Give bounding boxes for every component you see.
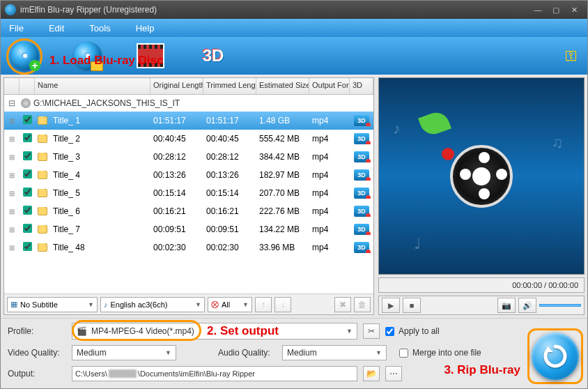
3d-badge-icon[interactable]: 3D [354,206,369,217]
mute-button[interactable]: 🔊 [518,298,536,313]
col-estimated-size[interactable]: Estimated Size [256,78,309,94]
3d-badge-icon[interactable]: 3D [354,224,369,235]
row-checkbox[interactable] [23,115,32,124]
expand-icon[interactable]: ⊞ [4,117,20,125]
merge-checkbox[interactable] [399,349,408,358]
browse-output-button[interactable]: ⋯ [385,366,402,381]
table-row[interactable]: ⊞Title_ 700:09:5100:09:51134.22 MBmp43D [4,220,373,238]
open-output-folder-button[interactable]: 📂 [363,366,380,381]
col-3d[interactable]: 3D [350,78,373,94]
audio-quality-combo[interactable]: Medium▼ [282,345,387,360]
3d-badge-icon[interactable]: 3D [354,242,369,253]
row-name: Title_ 5 [50,188,150,198]
row-original-length: 00:13:26 [150,170,203,180]
row-size: 222.76 MB [256,206,309,216]
load-folder-button[interactable] [73,41,102,70]
move-up-button[interactable]: ↑ [255,297,272,312]
video-quality-combo[interactable]: Medium▼ [72,345,176,360]
profile-settings-button[interactable]: ✂ [363,323,380,339]
move-down-button[interactable]: ↓ [274,297,291,312]
edit-video-button[interactable] [136,41,165,70]
col-trimmed-length[interactable]: Trimmed Length [203,78,256,94]
table-row[interactable]: ⊞Title_ 4800:02:3000:02:3033.96 MBmp43D [4,238,373,257]
row-checkbox[interactable] [23,151,32,160]
stop-button[interactable]: ■ [403,298,421,313]
row-format: mp4 [309,243,350,252]
3d-badge-icon[interactable]: 3D [354,115,369,126]
minimize-button[interactable]: — [529,3,547,16]
row-checkbox[interactable] [23,206,32,215]
audio-value: English ac3(6ch) [111,300,168,309]
3d-button[interactable]: 3D [199,41,228,70]
row-original-length: 01:51:17 [150,116,203,125]
folder-icon [38,207,47,215]
row-size: 33.96 MB [256,243,309,252]
row-name: Title_ 4 [50,170,150,180]
redacted-username [109,369,137,378]
collapse-icon[interactable]: ⊟ [6,98,18,108]
volume-slider[interactable] [539,304,581,307]
folder-icon [38,116,47,125]
table-row[interactable]: ⊞Title_ 400:13:2600:13:26182.97 MBmp43D [4,166,373,184]
folder-icon [38,189,47,197]
row-name: Title_ 3 [50,152,150,162]
menu-tools[interactable]: Tools [89,23,110,33]
3d-badge-icon[interactable]: 3D [354,151,369,162]
convert-button[interactable] [532,333,579,380]
title-list-panel: Name Original Length Trimmed Length Esti… [3,77,374,315]
source-row[interactable]: ⊟ G:\MICHAEL_JACKSONS_THIS_IS_IT [4,95,373,112]
row-checkbox[interactable] [23,224,32,233]
row-trimmed-length: 00:15:14 [203,188,256,198]
play-button[interactable]: ▶ [382,298,400,313]
expand-icon[interactable]: ⊞ [4,135,20,143]
table-row[interactable]: ⊞Title_ 200:40:4500:40:45555.42 MBmp43D [4,130,373,148]
row-size: 1.48 GB [256,116,309,125]
profile-combo[interactable]: 🎬 MP4-MPEG-4 Video(*.mp4) ▼ [72,323,357,340]
col-output-format[interactable]: Output Format [309,78,350,94]
row-trimmed-length: 00:02:30 [203,243,256,252]
table-row[interactable]: ⊞Title_ 500:15:1400:15:14207.70 MBmp43D [4,184,373,202]
col-name[interactable]: Name [35,78,150,94]
table-row[interactable]: ⊞Title_ 600:16:2100:16:21222.76 MBmp43D [4,202,373,220]
row-trimmed-length: 00:09:51 [203,224,256,234]
3d-badge-icon[interactable]: 3D [354,188,369,199]
subtitle-value: No Subtitle [20,300,58,309]
row-checkbox[interactable] [23,188,32,197]
row-name: Title_ 2 [50,134,150,144]
close-button[interactable]: ✕ [565,3,583,16]
register-key-icon[interactable]: ⚿ [565,49,578,63]
maximize-button[interactable]: ▢ [547,3,565,16]
row-format: mp4 [309,224,350,234]
row-checkbox[interactable] [23,242,32,251]
clear-button[interactable]: 🗑 [354,297,371,312]
expand-icon[interactable]: ⊞ [4,208,20,215]
row-name: Title_ 48 [50,243,150,252]
expand-icon[interactable]: ⊞ [4,226,20,234]
menu-help[interactable]: Help [136,23,155,33]
expand-icon[interactable]: ⊞ [4,153,20,161]
row-checkbox[interactable] [23,169,32,178]
chevron-down-icon: ▼ [346,328,353,335]
expand-icon[interactable]: ⊞ [4,244,20,252]
expand-icon[interactable]: ⊞ [4,190,20,197]
table-row[interactable]: ⊞Title_ 101:51:1701:51:171.48 GBmp43D [4,112,373,130]
apply-to-all-checkbox[interactable] [385,327,394,336]
snapshot-button[interactable]: 📷 [497,298,516,313]
toolbar: 3D 1. Load Blu-ray Disc ⚿ [1,37,587,75]
expand-icon[interactable]: ⊞ [4,171,20,179]
audio-track-combo[interactable]: ♪ English ac3(6ch) ▼ [100,297,205,312]
remove-button[interactable]: ✖ [334,297,351,312]
row-trimmed-length: 00:16:21 [203,206,256,216]
select-all-combo[interactable]: ⨂ All ▼ [208,297,252,312]
app-icon [5,4,16,15]
3d-badge-icon[interactable]: 3D [354,169,369,181]
3d-badge-icon[interactable]: 3D [354,133,369,144]
table-row[interactable]: ⊞Title_ 300:28:1200:28:12384.42 MBmp43D [4,148,373,166]
subtitle-combo[interactable]: ▦ No Subtitle ▼ [7,297,98,312]
row-checkbox[interactable] [23,133,32,142]
output-path-field[interactable]: C:\Users\\Documents\imElfin\Blu-ray Ripp… [72,366,357,381]
menu-edit[interactable]: Edit [49,23,64,33]
row-trimmed-length: 01:51:17 [203,116,256,125]
col-original-length[interactable]: Original Length [150,78,203,94]
menu-file[interactable]: File [9,23,24,33]
